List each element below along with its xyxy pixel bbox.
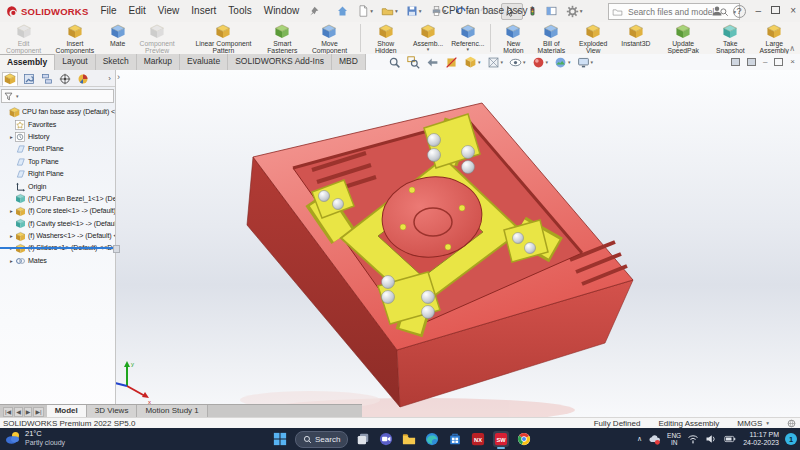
taskbar-edge-button[interactable] (424, 431, 440, 447)
tab-sketch[interactable]: Sketch (96, 54, 137, 70)
fm-tab-property-manager[interactable] (22, 73, 36, 85)
doc-nav-1[interactable]: ◀ (14, 407, 23, 417)
tab-markup[interactable]: Markup (137, 54, 180, 70)
ribbon-collapse-chevron[interactable]: ∧ (789, 44, 795, 53)
tab-mbd[interactable]: MBD (332, 54, 366, 70)
tree-item-origin[interactable]: Origin (0, 180, 115, 192)
settings-gear-button[interactable]: ▾ (563, 3, 586, 20)
tree-item-f-cpu-fan-bezel-1-1-default[interactable]: (f) CPU Fan Bezel_1<1> (Default) (0, 193, 115, 205)
menu-edit[interactable]: Edit (123, 0, 152, 22)
ribbon-button-component-preview-window[interactable]: Component Preview Window (131, 22, 184, 54)
tab-layout[interactable]: Layout (55, 54, 96, 70)
tab-solidworks-add-ins[interactable]: SOLIDWORKS Add-Ins (228, 54, 332, 70)
fm-tab-display-manager[interactable] (76, 73, 90, 85)
open-button[interactable]: ▾ (378, 3, 401, 19)
tab-assembly[interactable]: Assembly (0, 54, 55, 70)
doc-nav-0[interactable]: |◀ (3, 407, 13, 417)
menu-file[interactable]: File (94, 0, 122, 22)
menu-view[interactable]: View (152, 0, 186, 22)
ribbon-button-bill-of-materials[interactable]: Bill of Materials (534, 22, 570, 54)
pane-right-icon[interactable] (747, 58, 756, 66)
taskbar-store-button[interactable] (447, 431, 463, 447)
taskbar-start-button[interactable] (272, 431, 288, 447)
status-tag-icon[interactable] (787, 419, 796, 428)
tray-chevron-icon[interactable]: ∧ (637, 435, 642, 443)
ribbon-button-assemb[interactable]: Assemb...▾ (409, 22, 447, 54)
help-button[interactable]: ? (733, 5, 746, 18)
search-scope-icon[interactable] (612, 7, 623, 17)
ribbon-button-edit-component[interactable]: Edit Component (2, 22, 45, 54)
tree-item-cpu-fan-base-assy-default-display[interactable]: CPU fan base assy (Default) <Display (0, 106, 115, 118)
tree-item-history[interactable]: ▸History (0, 131, 115, 143)
language-indicator[interactable]: ENG IN (667, 432, 681, 446)
wifi-icon[interactable] (687, 433, 699, 445)
previous-view-button[interactable] (426, 56, 439, 69)
tree-item-right-plane[interactable]: Right Plane (0, 168, 115, 180)
taskbar-solidworks-button[interactable]: SW (493, 431, 509, 447)
view-orientation-button[interactable]: ▾ (464, 56, 481, 69)
expander-icon[interactable]: ▸ (8, 233, 15, 239)
notification-badge[interactable]: 1 (785, 433, 797, 445)
hide-show-items-button[interactable]: ▾ (509, 56, 526, 69)
new-document-button[interactable]: ▾ (354, 3, 376, 19)
user-account-icon[interactable] (711, 5, 723, 17)
ribbon-button-update-speedpak-subassemblies[interactable]: Update SpeedPak Subassemblies (654, 22, 711, 54)
apply-scene-button[interactable]: ▾ (554, 56, 571, 69)
fm-tab-dimxpert-manager[interactable] (58, 73, 72, 85)
taskbar-chat-button[interactable] (378, 431, 394, 447)
pane-left-icon[interactable] (731, 58, 740, 66)
taskbar-search[interactable]: Search (295, 431, 348, 448)
doc-minimize-button[interactable]: – (763, 56, 767, 68)
view-settings-button[interactable]: ▾ (577, 56, 594, 69)
maximize-button[interactable] (771, 0, 780, 22)
taskbar-file-explorer-button[interactable] (401, 431, 417, 447)
expander-icon[interactable]: ▸ (8, 208, 15, 214)
taskbar-task-view-button[interactable] (355, 431, 371, 447)
speaker-icon[interactable] (705, 433, 717, 445)
tree-item-f-washers-1-default-d[interactable]: ▸(f) Washers<1> -> (Default) <<D (0, 230, 115, 242)
panel-splitter-handle[interactable] (113, 245, 120, 253)
tree-item-front-plane[interactable]: Front Plane (0, 143, 115, 155)
ribbon-button-mate[interactable]: Mate (105, 22, 131, 54)
doc-nav-2[interactable]: ▶ (24, 407, 33, 417)
edit-appearance-button[interactable]: ▾ (532, 56, 549, 69)
options-window-button[interactable] (542, 3, 561, 19)
feature-tree-filter[interactable]: ▾ (1, 89, 114, 103)
weather-widget[interactable]: 21°C Partly cloudy (5, 430, 65, 447)
close-button[interactable]: × (790, 0, 796, 22)
ribbon-button-exploded-view[interactable]: Exploded View▾ (569, 22, 617, 54)
pin-menu-icon[interactable] (309, 6, 319, 16)
home-button[interactable] (333, 3, 352, 19)
ribbon-button-move-component[interactable]: Move Component▾ (301, 22, 357, 54)
doc-nav-3[interactable]: ▶| (33, 407, 43, 417)
tree-item-mates[interactable]: ▸Mates (0, 255, 115, 267)
ribbon-button-take-snapshot[interactable]: Take Snapshot (712, 22, 749, 54)
tree-item-f-core-steel-1-default[interactable]: ▸(f) Core steel<1> -> (Default) << (0, 205, 115, 217)
ribbon-button-smart-fasteners[interactable]: Smart Fasteners (263, 22, 301, 54)
minimize-button[interactable]: – (756, 0, 762, 22)
expander-icon[interactable]: ▸ (8, 258, 15, 264)
expander-icon[interactable]: ▸ (8, 134, 15, 140)
tray-app-badge-icon[interactable] (648, 433, 661, 446)
display-style-button[interactable]: ▾ (487, 56, 504, 69)
save-button[interactable]: ▾ (403, 3, 425, 19)
ribbon-button-instant3d[interactable]: Instant3D (617, 22, 654, 54)
menu-tools[interactable]: Tools (222, 0, 257, 22)
search-input[interactable] (626, 6, 716, 18)
doc-restore-button[interactable] (774, 58, 783, 66)
ribbon-button-referenc[interactable]: Referenc...▾ (447, 22, 488, 54)
ribbon-button-linear-component-pattern[interactable]: Linear Component Pattern▾ (184, 22, 264, 54)
tree-item-top-plane[interactable]: Top Plane (0, 156, 115, 168)
menu-insert[interactable]: Insert (185, 0, 222, 22)
fm-tab-feature-manager[interactable] (2, 72, 18, 86)
section-view-button[interactable] (445, 56, 458, 69)
panel-splitter[interactable] (0, 247, 113, 249)
tree-item-f-cavity-steel-1-default[interactable]: (f) Cavity steel<1> -> (Default) < (0, 218, 115, 230)
zoom-to-fit-button[interactable] (388, 56, 401, 69)
taskbar-nx-button[interactable]: NX (470, 431, 486, 447)
ribbon-button-show-hidden-components[interactable]: Show Hidden Components (362, 22, 409, 54)
viewport-3d[interactable]: y x z (0, 70, 800, 417)
filter-caret[interactable]: ▾ (16, 93, 19, 99)
ribbon-button-insert-components[interactable]: Insert Components▾ (45, 22, 105, 54)
fm-tabs-overflow[interactable]: › (108, 74, 113, 83)
